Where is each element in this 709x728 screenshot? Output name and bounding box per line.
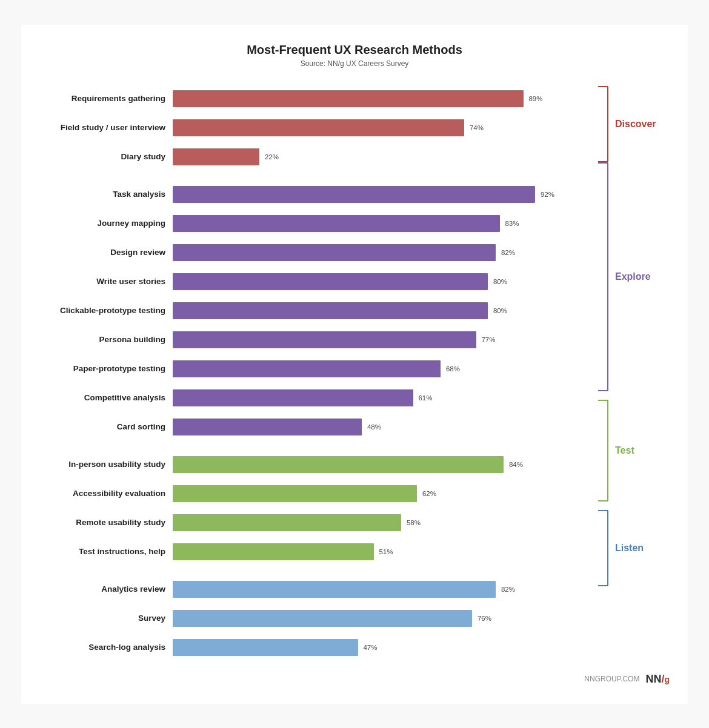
- bar-wrapper: 51%: [173, 543, 573, 560]
- bar-percentage: 74%: [470, 124, 484, 131]
- bar-wrapper: 58%: [173, 514, 573, 531]
- bar-wrapper: 76%: [173, 610, 573, 627]
- bar-wrapper: 61%: [173, 389, 573, 406]
- chart-subtitle: Source: NN/g UX Careers Survey: [33, 59, 676, 68]
- bar-row: Field study / user interview74%: [33, 115, 573, 141]
- bar-percentage: 83%: [505, 220, 519, 227]
- bar-row: Journey mapping83%: [33, 211, 573, 236]
- bracket-group-listen: Listen: [597, 510, 676, 586]
- bar-label: Persona building: [33, 335, 173, 344]
- chart-title: Most-Frequent UX Research Methods: [33, 43, 676, 57]
- bar-fill: 80%: [173, 302, 488, 319]
- bar-label: In-person usability study: [33, 460, 173, 469]
- footer-logo-g: g: [664, 675, 670, 684]
- bar-percentage: 22%: [265, 153, 279, 160]
- bar-wrapper: 82%: [173, 581, 573, 598]
- bar-fill: 47%: [173, 639, 358, 656]
- group-spacer: [33, 443, 573, 452]
- bar-label: Task analysis: [33, 190, 173, 199]
- bar-label: Requirements gathering: [33, 94, 173, 103]
- bar-percentage: 80%: [493, 307, 507, 314]
- bar-row: Analytics review82%: [33, 577, 573, 602]
- bar-percentage: 51%: [379, 548, 393, 555]
- chart-container: Most-Frequent UX Research Methods Source…: [21, 25, 688, 704]
- bar-wrapper: 89%: [173, 90, 573, 107]
- bracket-svg-listen: [597, 510, 610, 586]
- bars-section: Requirements gathering89%Field study / u…: [33, 86, 573, 664]
- bar-wrapper: 22%: [173, 148, 573, 165]
- brackets-area: DiscoverExploreTestListen: [597, 86, 676, 595]
- bar-row: Clickable-prototype testing80%: [33, 298, 573, 323]
- bar-fill: 82%: [173, 244, 496, 261]
- bar-fill: 89%: [173, 90, 524, 107]
- group-spacer: [33, 173, 573, 182]
- bar-row: Requirements gathering89%: [33, 86, 573, 111]
- bar-percentage: 62%: [422, 490, 436, 497]
- bar-fill: 62%: [173, 485, 417, 502]
- bar-label: Write user stories: [33, 277, 173, 286]
- bar-wrapper: 47%: [173, 639, 573, 656]
- bar-label: Survey: [33, 614, 173, 623]
- bar-fill: 48%: [173, 419, 362, 435]
- bar-row: Survey76%: [33, 606, 573, 631]
- bar-row: Card sorting48%: [33, 414, 573, 440]
- bar-fill: 22%: [173, 148, 259, 165]
- bar-wrapper: 83%: [173, 215, 573, 232]
- bar-percentage: 80%: [493, 278, 507, 285]
- bar-wrapper: 74%: [173, 119, 573, 136]
- bar-label: Design review: [33, 248, 173, 257]
- bar-fill: 51%: [173, 543, 374, 560]
- bar-label: Paper-prototype testing: [33, 364, 173, 373]
- footer-logo-nn: NN: [645, 673, 661, 685]
- bar-fill: 84%: [173, 456, 504, 473]
- group-spacer: [33, 568, 573, 577]
- bar-row: Design review82%: [33, 240, 573, 265]
- bar-fill: 76%: [173, 610, 472, 627]
- bar-label: Card sorting: [33, 422, 173, 431]
- bar-label: Clickable-prototype testing: [33, 306, 173, 315]
- bar-fill: 61%: [173, 389, 413, 406]
- bar-percentage: 58%: [407, 519, 421, 526]
- bar-percentage: 47%: [363, 644, 377, 651]
- bracket-group-discover: Discover: [597, 86, 676, 162]
- bracket-label-discover: Discover: [615, 119, 656, 130]
- bar-fill: 74%: [173, 119, 464, 136]
- bracket-group-test: Test: [597, 400, 676, 501]
- bar-wrapper: 80%: [173, 273, 573, 290]
- bar-percentage: 89%: [528, 95, 542, 102]
- bar-row: Accessibility evaluation62%: [33, 481, 573, 506]
- bar-percentage: 82%: [501, 586, 515, 593]
- chart-body: Requirements gathering89%Field study / u…: [33, 86, 676, 664]
- bracket-svg-explore: [597, 162, 610, 391]
- bar-label: Test instructions, help: [33, 547, 173, 556]
- bar-wrapper: 48%: [173, 419, 573, 435]
- bar-label: Remote usability study: [33, 518, 173, 527]
- bar-percentage: 61%: [418, 394, 432, 402]
- bar-wrapper: 82%: [173, 244, 573, 261]
- bar-row: Search-log analysis47%: [33, 635, 573, 660]
- footer-logo: NN/g: [645, 673, 670, 686]
- bracket-label-listen: Listen: [615, 543, 644, 554]
- bar-row: Write user stories80%: [33, 269, 573, 294]
- bar-row: Test instructions, help51%: [33, 539, 573, 564]
- bracket-svg-test: [597, 400, 610, 501]
- bar-wrapper: 92%: [173, 186, 573, 203]
- bar-percentage: 84%: [509, 461, 523, 468]
- bar-wrapper: 77%: [173, 331, 573, 348]
- bar-percentage: 77%: [481, 336, 495, 343]
- bar-label: Competitive analysis: [33, 393, 173, 402]
- bracket-svg-discover: [597, 86, 610, 162]
- bar-wrapper: 62%: [173, 485, 573, 502]
- bar-fill: 80%: [173, 273, 488, 290]
- bar-wrapper: 80%: [173, 302, 573, 319]
- bracket-label-test: Test: [615, 445, 634, 456]
- bar-fill: 82%: [173, 581, 496, 598]
- bar-row: In-person usability study84%: [33, 452, 573, 477]
- bar-percentage: 48%: [367, 423, 381, 431]
- bar-wrapper: 84%: [173, 456, 573, 473]
- bar-fill: 92%: [173, 186, 535, 203]
- bar-wrapper: 68%: [173, 360, 573, 377]
- bar-row: Task analysis92%: [33, 182, 573, 207]
- bar-label: Search-log analysis: [33, 643, 173, 652]
- bar-percentage: 82%: [501, 249, 515, 256]
